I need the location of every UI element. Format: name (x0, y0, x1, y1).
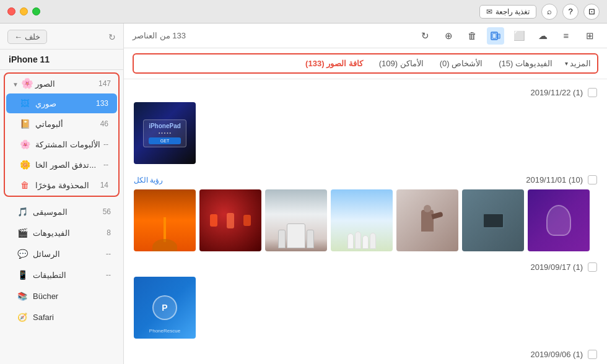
messages-icon: 💬 (16, 248, 28, 260)
deleted-count: 14 (100, 181, 108, 189)
videos-count: 8 (107, 228, 111, 237)
item-left: 🖼 صوري (19, 97, 56, 110)
messages-label: الرسائل (33, 249, 60, 259)
item-left: 🗑 المحذوفة مؤخرًا (19, 179, 89, 191)
more-dropdown[interactable]: المزيد ▾ (565, 59, 591, 68)
filter-tab-people[interactable]: الأشخاص (0) (436, 57, 487, 70)
myphoto-icon: 🖼 (19, 97, 31, 110)
minimize-button[interactable] (20, 7, 28, 15)
date-checkbox-3[interactable] (588, 262, 597, 272)
refresh-icon: ↻ (108, 32, 116, 42)
dropdown-arrow-icon: ▾ (565, 60, 568, 67)
export-device-button[interactable] (487, 27, 504, 45)
item-left: 📔 ألبوماتي (19, 118, 63, 130)
date-group-1: 2019/11/22 (1) iPhonePad • • • • • GET (134, 88, 597, 164)
transfer-icon: ⬜ (513, 30, 525, 41)
photos-icon: 🌸 (21, 78, 33, 89)
feedback-label: تغذية راجعة (496, 7, 530, 16)
item-left: 🧭 Safari (16, 311, 54, 323)
sidebar-item-messages[interactable]: 💬 الرسائل -- (4, 244, 120, 264)
shared-label: الألبومات المشتركة (35, 140, 100, 149)
grid-icon: ⊞ (586, 30, 594, 41)
messages-count: -- (106, 249, 111, 258)
date-header-left: 2019/11/01 (10) (526, 175, 597, 184)
list-view-button[interactable]: ≡ (557, 27, 575, 45)
sidebar-item-myphoto[interactable]: 🖼 صوري 133 (6, 93, 117, 113)
photo-thumb[interactable]: P PhoneRescue (134, 277, 196, 339)
sidebar-item-music[interactable]: 🎵 الموسيقى 56 (4, 202, 120, 222)
date-checkbox-4[interactable] (588, 350, 597, 359)
grid-view-button[interactable]: ⊞ (581, 27, 598, 45)
sidebar-item-albums[interactable]: 📔 ألبوماتي 46 (6, 114, 117, 134)
stream-label: تدفق الصور الخا... (35, 160, 96, 170)
photo-content: 2019/11/22 (1) iPhonePad • • • • • GET (124, 79, 607, 364)
expand-arrow-icon: ▼ (12, 81, 19, 88)
feedback-button[interactable]: ✉ تغذية راجعة (479, 5, 536, 19)
refresh-button[interactable]: ↻ (416, 27, 434, 45)
window-button[interactable]: ⊡ (583, 4, 600, 20)
close-button[interactable] (7, 7, 15, 15)
add-button[interactable]: ⊕ (440, 27, 457, 45)
sidebar-item-stream[interactable]: 🌼 تدفق الصور الخا... -- (6, 155, 117, 175)
delete-icon: 🗑 (468, 30, 477, 41)
date-header-left: 2019/09/06 (1) (530, 350, 597, 359)
safari-label: Safari (33, 313, 54, 322)
videos-tab-label: الفيديوهات (15) (499, 59, 552, 68)
sidebar-item-apps[interactable]: 📱 التطبيقات -- (4, 265, 120, 285)
deleted-icon: 🗑 (19, 179, 31, 191)
view-all-link-2[interactable]: رؤية الكل (134, 176, 163, 184)
date-checkbox-1[interactable] (588, 88, 597, 97)
svg-rect-2 (498, 34, 500, 38)
main-layout: ← خلف ↻ iPhone 11 ▼ 🌸 الصور 147 🖼 (0, 24, 607, 364)
item-left: 🌸 الألبومات المشتركة (19, 138, 100, 150)
sidebar-item-shared[interactable]: 🌸 الألبومات المشتركة -- (6, 134, 117, 154)
search-button[interactable]: ⌕ (541, 4, 557, 20)
photo-thumb[interactable] (134, 189, 196, 251)
photo-thumb[interactable] (528, 189, 590, 251)
item-left: 📚 Bücher (16, 290, 58, 302)
sidebar-refresh-button[interactable]: ↻ (108, 32, 116, 42)
more-label: المزيد (570, 59, 591, 68)
shared-count: -- (103, 140, 108, 149)
device-name: iPhone 11 (0, 50, 123, 70)
sidebar-item-deleted[interactable]: 🗑 المحذوفة مؤخرًا 14 (6, 175, 117, 195)
photo-thumb[interactable]: iPhonePad • • • • • GET (134, 102, 196, 164)
shared-icon: 🌸 (19, 138, 31, 150)
sidebar-item-safari[interactable]: 🧭 Safari (4, 307, 120, 327)
sidebar-item-videos[interactable]: 🎬 الفيديوهات 8 (4, 223, 120, 243)
stream-icon: 🌼 (19, 158, 31, 171)
filter-tab-places[interactable]: الأماكن (109) (375, 57, 427, 70)
photos-section-header[interactable]: ▼ 🌸 الصور 147 (5, 74, 118, 93)
photo-thumb[interactable] (396, 189, 458, 251)
back-label: خلف (25, 32, 40, 41)
photo-thumb[interactable] (199, 189, 261, 251)
photo-grid-2 (134, 189, 597, 251)
filter-tab-all[interactable]: كافة الصور (133) (302, 57, 367, 70)
books-label: Bücher (33, 292, 58, 301)
delete-button[interactable]: 🗑 (463, 27, 481, 45)
photo-thumb[interactable] (331, 189, 393, 251)
myphoto-label: صوري (35, 99, 56, 108)
item-left: 💬 الرسائل (16, 248, 60, 260)
sidebar-top: ← خلف ↻ (0, 24, 123, 50)
svg-rect-1 (492, 33, 496, 38)
date-label-2: 2019/11/01 (10) (526, 175, 583, 184)
photo-thumb[interactable] (462, 189, 524, 251)
photo-thumb[interactable] (265, 189, 327, 251)
item-left: 🎵 الموسيقى (16, 206, 68, 218)
apps-label: التطبيقات (33, 271, 66, 280)
album-icon: 📔 (19, 118, 31, 130)
all-tab-label: كافة الصور (133) (305, 59, 363, 68)
filter-tab-videos[interactable]: الفيديوهات (15) (495, 57, 556, 70)
maximize-button[interactable] (32, 7, 40, 15)
myphoto-count: 133 (96, 99, 108, 108)
back-button[interactable]: ← خلف (7, 30, 47, 44)
help-button[interactable]: ? (562, 4, 579, 20)
date-checkbox-2[interactable] (588, 175, 597, 184)
upload-button[interactable]: ☁ (534, 27, 551, 45)
apps-count: -- (106, 271, 111, 279)
sidebar-item-books[interactable]: 📚 Bücher (4, 286, 120, 306)
upload-icon: ☁ (538, 30, 548, 41)
transfer-button[interactable]: ⬜ (510, 27, 528, 45)
videos-icon: 🎬 (16, 227, 28, 239)
